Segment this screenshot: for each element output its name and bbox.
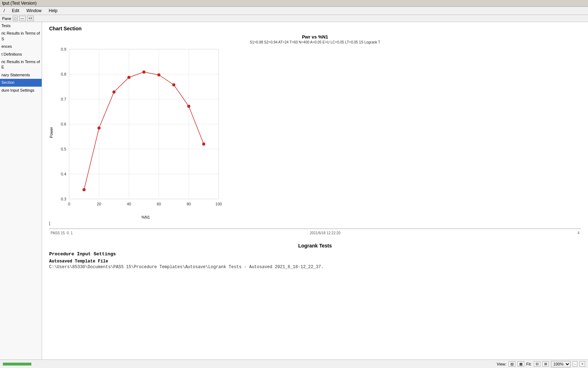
zoom-select[interactable]: 100% 75% 50% 150% 200% bbox=[551, 361, 571, 367]
title-text: tput (Test Version) bbox=[2, 1, 37, 6]
pane-label: Pane bbox=[2, 16, 11, 21]
svg-point-30 bbox=[128, 76, 130, 79]
svg-point-34 bbox=[187, 105, 190, 108]
view-btn-1[interactable]: ▤ bbox=[509, 361, 515, 367]
svg-text:0: 0 bbox=[68, 202, 70, 206]
sidebar-item-4[interactable]: ric Results in Terms of E bbox=[0, 58, 42, 71]
chart-section-title: Chart Section bbox=[49, 26, 581, 31]
svg-point-28 bbox=[98, 127, 100, 129]
chart-title: Pwr vs %N1 bbox=[49, 34, 581, 40]
pass-version: PASS 15. 0. 1 bbox=[51, 231, 73, 235]
svg-text:60: 60 bbox=[157, 202, 161, 206]
sidebar-item-7[interactable]: dure Input Settings bbox=[0, 87, 42, 94]
chart-subtitle: S1=0.88 S2=0.94 AT=24 T=60 N=400 A=0.05 … bbox=[49, 40, 581, 44]
collapse-button[interactable]: — bbox=[19, 16, 26, 21]
svg-text:0.5: 0.5 bbox=[61, 147, 66, 151]
content-area: Chart Section Pwr vs %N1 S1=0.88 S2=0.94… bbox=[42, 22, 588, 368]
chart-wrapper: Power bbox=[49, 46, 581, 219]
svg-point-31 bbox=[142, 71, 145, 73]
fit-btn-expand[interactable]: ⊞ bbox=[542, 361, 549, 367]
expand-button[interactable]: □ bbox=[13, 16, 18, 21]
status-bar: View: ▤ ▦ Fit: ⊟ ⊞ 100% 75% 50% 150% 200… bbox=[0, 359, 588, 368]
autosaved-path: C:\Users\85330\Documents\PASS 15\Procedu… bbox=[49, 265, 581, 270]
procedure-heading: Procedure Input Settings bbox=[49, 251, 581, 257]
section-below: Logrank Tests Procedure Input Settings A… bbox=[42, 239, 588, 273]
autosaved-heading: Autosaved Template File bbox=[49, 259, 581, 264]
footer-info: PASS 15. 0. 1 2021/6/18 12:22:20 4 bbox=[49, 230, 581, 236]
chart-svg: 0.9 0.8 0.7 0.6 0.5 0.4 0.3 0 20 40 60 8… bbox=[55, 46, 236, 213]
menu-item-file[interactable]: / bbox=[1, 7, 7, 14]
fit-label: Fit: bbox=[526, 362, 532, 366]
main-container: Testsric Results in Terms of Sencest Def… bbox=[0, 22, 588, 368]
menu-item-help[interactable]: Help bbox=[47, 7, 60, 14]
svg-point-29 bbox=[113, 91, 115, 93]
progress-bar bbox=[3, 363, 31, 366]
svg-text:0.6: 0.6 bbox=[61, 122, 66, 126]
sidebar-item-0[interactable]: Tests bbox=[0, 22, 42, 30]
timestamp: 2021/6/18 12:22:20 bbox=[310, 231, 340, 235]
zoom-increase-button[interactable]: + bbox=[579, 361, 585, 367]
zoom-decrease-button[interactable]: - bbox=[573, 361, 577, 367]
sidebar-item-3[interactable]: t Definitions bbox=[0, 51, 42, 58]
menu-item-edit[interactable]: Edit bbox=[10, 7, 21, 14]
title-bar: tput (Test Version) bbox=[0, 0, 588, 7]
chart-svg-container: 0.9 0.8 0.7 0.6 0.5 0.4 0.3 0 20 40 60 8… bbox=[55, 46, 236, 219]
view-label: View: bbox=[497, 362, 506, 366]
sidebar-item-6[interactable]: Section bbox=[0, 79, 42, 86]
svg-text:0.3: 0.3 bbox=[61, 197, 66, 201]
chart-section: Chart Section Pwr vs %N1 S1=0.88 S2=0.94… bbox=[42, 22, 588, 239]
sidebar: Testsric Results in Terms of Sencest Def… bbox=[0, 22, 42, 368]
svg-point-27 bbox=[83, 188, 85, 191]
svg-text:0.9: 0.9 bbox=[61, 47, 66, 51]
svg-text:40: 40 bbox=[127, 202, 131, 206]
section-heading: Logrank Tests bbox=[49, 243, 581, 249]
svg-text:0.4: 0.4 bbox=[61, 172, 66, 176]
svg-text:20: 20 bbox=[97, 202, 101, 206]
fit-btn-shrink[interactable]: ⊟ bbox=[534, 361, 540, 367]
separator-line bbox=[49, 229, 581, 229]
sidebar-item-1[interactable]: ric Results in Terms of S bbox=[0, 30, 42, 43]
menu-bar: / Edit Window Help bbox=[0, 7, 588, 15]
page-number: 4 bbox=[577, 231, 579, 235]
svg-text:100: 100 bbox=[215, 202, 222, 206]
view-btn-2[interactable]: ▦ bbox=[517, 361, 524, 367]
svg-text:0.8: 0.8 bbox=[61, 72, 66, 76]
cursor-line: | bbox=[49, 219, 581, 227]
svg-point-35 bbox=[202, 143, 205, 145]
sidebar-item-2[interactable]: ences bbox=[0, 43, 42, 50]
svg-text:0.7: 0.7 bbox=[61, 97, 66, 101]
svg-text:80: 80 bbox=[187, 202, 191, 206]
menu-item-window[interactable]: Window bbox=[24, 7, 44, 14]
toggle-button[interactable]: << bbox=[27, 16, 34, 21]
toolbar: Pane □ — << bbox=[0, 15, 588, 22]
svg-point-32 bbox=[157, 73, 160, 76]
status-bar-left bbox=[3, 363, 31, 366]
svg-point-33 bbox=[172, 83, 175, 86]
x-axis-label: %N1 bbox=[55, 215, 236, 219]
sidebar-item-5[interactable]: nary Statements bbox=[0, 71, 42, 79]
y-axis-label: Power bbox=[49, 127, 53, 138]
